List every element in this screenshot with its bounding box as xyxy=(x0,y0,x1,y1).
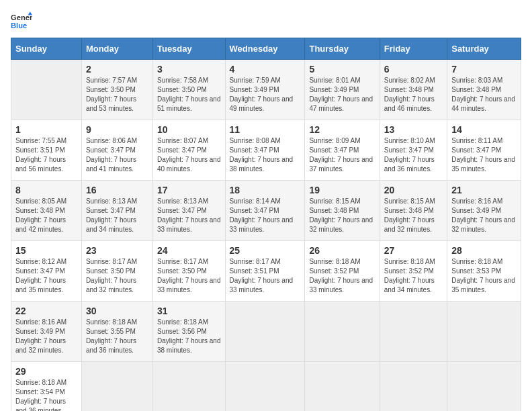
calendar-cell: 13Sunrise: 8:10 AMSunset: 3:47 PMDayligh… xyxy=(380,120,447,181)
day-number: 4 xyxy=(230,64,301,75)
calendar-cell xyxy=(225,362,305,412)
calendar-cell: 26Sunrise: 8:18 AMSunset: 3:52 PMDayligh… xyxy=(305,241,380,302)
calendar-cell xyxy=(447,362,521,412)
calendar-cell: 24Sunrise: 8:17 AMSunset: 3:50 PMDayligh… xyxy=(152,241,225,302)
calendar-cell: 22Sunrise: 8:16 AMSunset: 3:49 PMDayligh… xyxy=(11,302,82,362)
day-info: Sunrise: 8:11 AMSunset: 3:47 PMDaylight:… xyxy=(451,136,517,174)
calendar-cell: 8Sunrise: 8:05 AMSunset: 3:48 PMDaylight… xyxy=(11,181,82,241)
calendar-cell: 19Sunrise: 8:15 AMSunset: 3:48 PMDayligh… xyxy=(305,181,380,241)
day-info: Sunrise: 8:18 AMSunset: 3:52 PMDaylight:… xyxy=(309,257,375,295)
calendar-cell xyxy=(305,302,380,362)
calendar-cell: 16Sunrise: 8:13 AMSunset: 3:47 PMDayligh… xyxy=(81,181,152,241)
calendar-cell xyxy=(81,362,152,412)
calendar-cell: 28Sunrise: 8:18 AMSunset: 3:53 PMDayligh… xyxy=(447,241,521,302)
day-number: 22 xyxy=(15,306,77,316)
day-info: Sunrise: 8:02 AMSunset: 3:48 PMDaylight:… xyxy=(384,76,443,113)
day-number: 28 xyxy=(451,245,517,256)
day-info: Sunrise: 8:16 AMSunset: 3:49 PMDaylight:… xyxy=(451,197,517,234)
calendar-week-row: 2Sunrise: 7:57 AMSunset: 3:50 PMDaylight… xyxy=(11,60,521,120)
day-info: Sunrise: 8:18 AMSunset: 3:54 PMDaylight:… xyxy=(15,378,77,411)
calendar-cell: 7Sunrise: 8:03 AMSunset: 3:48 PMDaylight… xyxy=(447,60,521,120)
calendar-cell: 5Sunrise: 8:01 AMSunset: 3:49 PMDaylight… xyxy=(305,60,380,120)
logo-icon: General Blue xyxy=(11,11,32,32)
day-number: 20 xyxy=(384,185,443,195)
day-number: 26 xyxy=(309,245,375,256)
calendar-cell: 6Sunrise: 8:02 AMSunset: 3:48 PMDaylight… xyxy=(380,60,447,120)
day-number: 21 xyxy=(451,185,517,195)
calendar-cell: 1Sunrise: 7:55 AMSunset: 3:51 PMDaylight… xyxy=(11,120,82,181)
day-info: Sunrise: 7:55 AMSunset: 3:51 PMDaylight:… xyxy=(15,136,77,174)
day-header-friday: Friday xyxy=(380,38,447,60)
calendar-cell xyxy=(447,302,521,362)
calendar-week-row: 15Sunrise: 8:12 AMSunset: 3:47 PMDayligh… xyxy=(11,241,521,302)
calendar-cell xyxy=(225,302,305,362)
day-header-tuesday: Tuesday xyxy=(152,38,225,60)
calendar-cell: 17Sunrise: 8:13 AMSunset: 3:47 PMDayligh… xyxy=(152,181,225,241)
day-number: 27 xyxy=(384,245,443,256)
day-info: Sunrise: 8:08 AMSunset: 3:47 PMDaylight:… xyxy=(230,136,301,174)
day-number: 17 xyxy=(157,185,221,195)
calendar-week-row: 1Sunrise: 7:55 AMSunset: 3:51 PMDaylight… xyxy=(11,120,521,181)
day-number: 25 xyxy=(230,245,301,256)
day-number: 2 xyxy=(86,64,148,75)
day-number: 16 xyxy=(86,185,148,195)
calendar-cell xyxy=(305,362,380,412)
day-number: 7 xyxy=(451,64,517,75)
day-number: 31 xyxy=(157,306,221,316)
calendar-cell: 10Sunrise: 8:07 AMSunset: 3:47 PMDayligh… xyxy=(152,120,225,181)
day-info: Sunrise: 8:18 AMSunset: 3:56 PMDaylight:… xyxy=(157,318,221,355)
calendar-cell xyxy=(152,362,225,412)
day-number: 8 xyxy=(15,185,77,195)
day-info: Sunrise: 8:18 AMSunset: 3:52 PMDaylight:… xyxy=(384,257,443,295)
day-info: Sunrise: 8:07 AMSunset: 3:47 PMDaylight:… xyxy=(157,136,221,174)
day-number: 29 xyxy=(15,366,77,377)
calendar-cell: 18Sunrise: 8:14 AMSunset: 3:47 PMDayligh… xyxy=(225,181,305,241)
calendar-cell xyxy=(380,362,447,412)
calendar-cell: 21Sunrise: 8:16 AMSunset: 3:49 PMDayligh… xyxy=(447,181,521,241)
day-number: 12 xyxy=(309,124,375,135)
day-number: 15 xyxy=(15,245,77,256)
day-number: 1 xyxy=(15,124,77,135)
calendar-table: SundayMondayTuesdayWednesdayThursdayFrid… xyxy=(11,38,521,411)
day-info: Sunrise: 8:15 AMSunset: 3:48 PMDaylight:… xyxy=(309,197,375,234)
day-info: Sunrise: 8:14 AMSunset: 3:47 PMDaylight:… xyxy=(230,197,301,234)
calendar-week-row: 8Sunrise: 8:05 AMSunset: 3:48 PMDaylight… xyxy=(11,181,521,241)
calendar-cell: 27Sunrise: 8:18 AMSunset: 3:52 PMDayligh… xyxy=(380,241,447,302)
calendar-cell: 20Sunrise: 8:15 AMSunset: 3:48 PMDayligh… xyxy=(380,181,447,241)
day-info: Sunrise: 8:05 AMSunset: 3:48 PMDaylight:… xyxy=(15,197,77,234)
calendar-cell: 4Sunrise: 7:59 AMSunset: 3:49 PMDaylight… xyxy=(225,60,305,120)
day-number: 3 xyxy=(157,64,221,75)
day-header-sunday: Sunday xyxy=(11,38,82,60)
day-info: Sunrise: 8:15 AMSunset: 3:48 PMDaylight:… xyxy=(384,197,443,234)
day-number: 24 xyxy=(157,245,221,256)
day-header-wednesday: Wednesday xyxy=(225,38,305,60)
day-number: 19 xyxy=(309,185,375,195)
day-number: 23 xyxy=(86,245,148,256)
calendar-cell xyxy=(380,302,447,362)
day-header-thursday: Thursday xyxy=(305,38,380,60)
day-number: 14 xyxy=(451,124,517,135)
calendar-cell: 30Sunrise: 8:18 AMSunset: 3:55 PMDayligh… xyxy=(81,302,152,362)
day-info: Sunrise: 8:01 AMSunset: 3:49 PMDaylight:… xyxy=(309,76,375,113)
day-info: Sunrise: 8:06 AMSunset: 3:47 PMDaylight:… xyxy=(86,136,148,174)
day-number: 18 xyxy=(230,185,301,195)
calendar-week-row: 22Sunrise: 8:16 AMSunset: 3:49 PMDayligh… xyxy=(11,302,521,362)
logo: General Blue xyxy=(11,11,32,32)
day-info: Sunrise: 8:13 AMSunset: 3:47 PMDaylight:… xyxy=(86,197,148,234)
page-header: General Blue xyxy=(11,11,521,32)
day-info: Sunrise: 8:16 AMSunset: 3:49 PMDaylight:… xyxy=(15,318,77,355)
day-number: 6 xyxy=(384,64,443,75)
days-header-row: SundayMondayTuesdayWednesdayThursdayFrid… xyxy=(11,38,521,60)
day-header-monday: Monday xyxy=(81,38,152,60)
calendar-cell: 15Sunrise: 8:12 AMSunset: 3:47 PMDayligh… xyxy=(11,241,82,302)
day-info: Sunrise: 8:18 AMSunset: 3:55 PMDaylight:… xyxy=(86,318,148,355)
calendar-cell: 11Sunrise: 8:08 AMSunset: 3:47 PMDayligh… xyxy=(225,120,305,181)
calendar-cell: 12Sunrise: 8:09 AMSunset: 3:47 PMDayligh… xyxy=(305,120,380,181)
day-info: Sunrise: 8:17 AMSunset: 3:50 PMDaylight:… xyxy=(86,257,148,295)
day-number: 9 xyxy=(86,124,148,135)
day-number: 13 xyxy=(384,124,443,135)
day-info: Sunrise: 8:17 AMSunset: 3:50 PMDaylight:… xyxy=(157,257,221,295)
calendar-cell: 25Sunrise: 8:17 AMSunset: 3:51 PMDayligh… xyxy=(225,241,305,302)
calendar-cell: 29Sunrise: 8:18 AMSunset: 3:54 PMDayligh… xyxy=(11,362,82,412)
calendar-cell: 23Sunrise: 8:17 AMSunset: 3:50 PMDayligh… xyxy=(81,241,152,302)
